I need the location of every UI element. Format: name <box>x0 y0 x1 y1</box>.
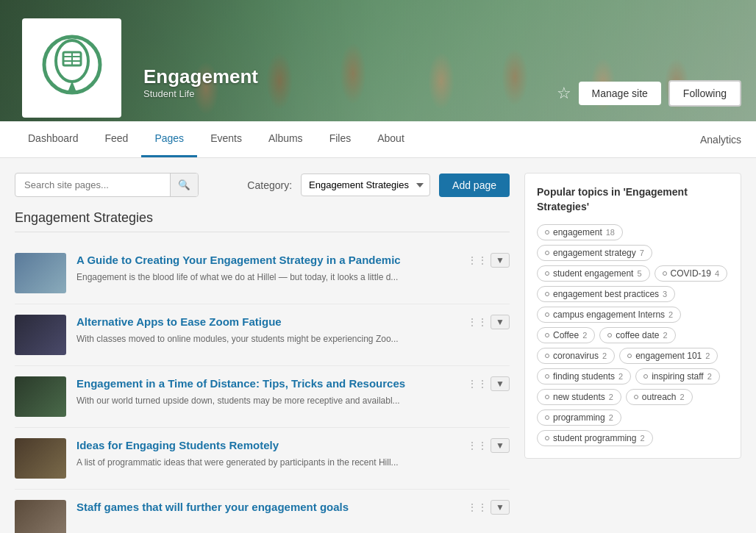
tag-label: outreach <box>642 392 677 402</box>
tag-count: 2 <box>609 393 613 401</box>
tag-dot-icon <box>545 292 549 296</box>
main-content: 🔍 Category: Engagement Strategies Add pa… <box>0 158 756 533</box>
category-select[interactable]: Engagement Strategies <box>301 174 430 196</box>
category-label: Category: <box>247 179 292 191</box>
tag-label: programming <box>553 412 605 423</box>
article-title[interactable]: A Guide to Creating Your Engagement Stra… <box>76 253 457 268</box>
banner: Engagement Student Life ☆ Manage site Fo… <box>0 0 756 121</box>
tag-count: 18 <box>606 228 615 237</box>
tag-label: student engagement <box>553 268 633 279</box>
topic-tag[interactable]: coronavirus 2 <box>537 348 615 364</box>
right-panel: Popular topics in 'Engagement Strategies… <box>524 173 741 533</box>
topic-tag[interactable]: engagement 101 2 <box>619 348 718 364</box>
more-button[interactable]: ▼ <box>491 253 510 268</box>
topic-tag[interactable]: engagement best practices 3 <box>537 286 675 302</box>
drag-handle-icon[interactable]: ⋮⋮ <box>467 316 488 328</box>
tag-label: finding students <box>553 371 615 382</box>
article-thumb <box>15 438 66 479</box>
tag-dot-icon <box>545 312 549 317</box>
analytics-link[interactable]: Analytics <box>700 134 741 146</box>
tag-label: inspiring staff <box>652 371 703 382</box>
article-actions: ⋮⋮ ▼ <box>467 315 510 329</box>
tag-count: 2 <box>640 434 644 443</box>
tag-label: Coffee <box>553 330 579 340</box>
topic-tag[interactable]: engagement strategy 7 <box>537 245 652 261</box>
article-excerpt: With classes moved to online modules, yo… <box>76 332 457 346</box>
article-actions: ⋮⋮ ▼ <box>467 376 510 391</box>
favorite-button[interactable]: ☆ <box>557 84 571 103</box>
tab-dashboard[interactable]: Dashboard <box>15 121 92 157</box>
article-body: Ideas for Engaging Students Remotely A l… <box>76 438 457 469</box>
topic-tag[interactable]: campus engagement Interns 2 <box>537 307 681 323</box>
topic-tag[interactable]: programming 2 <box>537 409 621 426</box>
tag-dot-icon <box>545 354 549 358</box>
article-item: Alternative Apps to Ease Zoom Fatigue Wi… <box>15 304 510 366</box>
topic-tag[interactable]: student engagement 5 <box>537 265 650 282</box>
article-body: Alternative Apps to Ease Zoom Fatigue Wi… <box>76 315 457 346</box>
article-excerpt: With our world turned upside down, stude… <box>76 394 457 407</box>
search-box: 🔍 <box>15 173 199 197</box>
article-title[interactable]: Staff games that will further your engag… <box>76 500 457 515</box>
more-button[interactable]: ▼ <box>491 315 510 329</box>
article-excerpt: A list of programmatic ideas that were g… <box>76 456 457 469</box>
tab-feed[interactable]: Feed <box>92 121 142 157</box>
article-item: A Guide to Creating Your Engagement Stra… <box>15 243 510 304</box>
topic-tag[interactable]: new students 2 <box>537 389 621 405</box>
banner-actions: ☆ Manage site Following <box>557 80 741 107</box>
tag-count: 5 <box>637 269 641 278</box>
popular-title: Popular topics in 'Engagement Strategies… <box>537 185 729 214</box>
topic-tag[interactable]: COVID-19 4 <box>655 265 727 282</box>
tag-dot-icon <box>545 230 549 235</box>
topic-tag[interactable]: engagement 18 <box>537 224 623 240</box>
tag-count: 2 <box>707 372 712 381</box>
drag-handle-icon[interactable]: ⋮⋮ <box>467 254 488 266</box>
tag-dot-icon <box>607 333 612 337</box>
topic-tag[interactable]: inspiring staff 2 <box>635 368 720 384</box>
tag-dot-icon <box>627 354 632 358</box>
more-button[interactable]: ▼ <box>491 438 510 453</box>
drag-handle-icon[interactable]: ⋮⋮ <box>467 440 488 451</box>
tab-albums[interactable]: Albums <box>255 121 316 157</box>
topic-tag[interactable]: coffee date 2 <box>599 327 675 343</box>
drag-handle-icon[interactable]: ⋮⋮ <box>467 378 488 390</box>
topic-tag[interactable]: outreach 2 <box>626 389 693 405</box>
article-item: Ideas for Engaging Students Remotely A l… <box>15 428 510 490</box>
tag-count: 2 <box>705 351 710 360</box>
more-button[interactable]: ▼ <box>491 376 510 391</box>
tab-pages[interactable]: Pages <box>141 121 197 157</box>
tag-label: engagement best practices <box>553 289 659 299</box>
topic-tag[interactable]: student programming 2 <box>537 430 653 446</box>
tag-count: 2 <box>609 413 613 422</box>
tag-label: coronavirus <box>553 351 599 361</box>
article-actions: ⋮⋮ ▼ <box>467 253 510 268</box>
topic-tag[interactable]: Coffee 2 <box>537 327 595 343</box>
tag-count: 2 <box>668 310 673 319</box>
topic-tag[interactable]: finding students 2 <box>537 368 631 384</box>
tag-label: engagement 101 <box>635 351 702 361</box>
toolbar: 🔍 Category: Engagement Strategies Add pa… <box>15 173 510 197</box>
tab-files[interactable]: Files <box>316 121 365 157</box>
add-page-button[interactable]: Add page <box>439 174 510 197</box>
search-button[interactable]: 🔍 <box>170 174 198 196</box>
search-input[interactable] <box>15 174 170 196</box>
site-subtitle: Student Life <box>143 88 258 99</box>
article-list: A Guide to Creating Your Engagement Stra… <box>15 243 510 533</box>
drag-handle-icon[interactable]: ⋮⋮ <box>467 501 488 513</box>
tag-label: new students <box>553 392 605 402</box>
following-button[interactable]: Following <box>668 80 741 107</box>
tag-count: 4 <box>715 269 719 278</box>
article-thumb <box>15 376 66 417</box>
article-title[interactable]: Engagement in a Time of Distance: Tips, … <box>76 376 457 391</box>
article-title[interactable]: Ideas for Engaging Students Remotely <box>76 438 457 453</box>
manage-site-button[interactable]: Manage site <box>579 82 661 105</box>
article-actions: ⋮⋮ ▼ <box>467 500 510 515</box>
tag-count: 2 <box>602 351 607 360</box>
article-title[interactable]: Alternative Apps to Ease Zoom Fatigue <box>76 315 457 329</box>
tab-events[interactable]: Events <box>197 121 255 157</box>
tab-about[interactable]: About <box>364 121 418 157</box>
more-button[interactable]: ▼ <box>491 500 510 515</box>
article-body: A Guide to Creating Your Engagement Stra… <box>76 253 457 284</box>
tag-dot-icon <box>634 395 638 399</box>
article-item: Staff games that will further your engag… <box>15 490 510 533</box>
tag-count: 2 <box>582 331 587 340</box>
